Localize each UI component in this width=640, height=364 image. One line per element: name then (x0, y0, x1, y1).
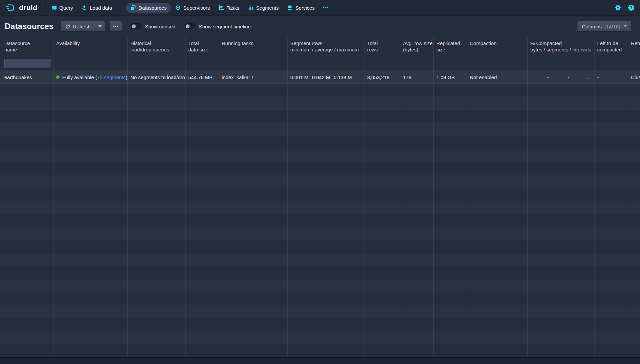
nav-item-query[interactable]: Query (47, 3, 78, 13)
column-header-running-tasks[interactable]: Running tasks (219, 37, 288, 56)
empty-cell (400, 123, 434, 136)
nav-more-button[interactable] (319, 3, 332, 13)
empty-cell (400, 97, 434, 110)
empty-cell (186, 175, 219, 188)
empty-cell (400, 292, 434, 305)
columns-dropdown-button[interactable]: Columns (14/16) (577, 21, 631, 31)
empty-cell (434, 331, 467, 344)
empty-table-row (0, 305, 640, 318)
empty-cell (467, 123, 528, 136)
nav-item-datasources[interactable]: Datasources (126, 3, 171, 13)
nav-item-load-data[interactable]: Load data (77, 3, 116, 13)
segment-rows-average: 0.042 M (312, 74, 331, 80)
empty-cell (128, 175, 186, 188)
empty-cell (219, 97, 288, 110)
empty-cell (628, 331, 640, 344)
datasources-table: DatasourcenameAvailabilityHistoricalload… (0, 37, 640, 357)
empty-cell (595, 149, 628, 162)
column-header-avg-row-size-bytes[interactable]: Avg. row size(bytes) (400, 37, 434, 56)
nav-item-services[interactable]: Services (283, 3, 319, 13)
empty-cell (219, 240, 288, 253)
filter-cell-compacted-bytes-segments-intervals (528, 56, 595, 71)
empty-cell (0, 97, 54, 110)
empty-cell (186, 344, 219, 357)
filter-cell-replicated-size (434, 56, 467, 71)
show-segment-timeline-toggle[interactable]: Show segment timeline (185, 23, 251, 29)
empty-rows-area (0, 84, 640, 357)
empty-cell (400, 136, 434, 149)
empty-cell (54, 201, 128, 214)
column-header-segment-rows-minimum-average-maximum[interactable]: Segment rowsminimum / average / maximum (288, 37, 364, 56)
empty-cell (128, 84, 186, 97)
empty-cell (595, 97, 628, 110)
empty-cell (400, 201, 434, 214)
empty-cell (288, 305, 364, 318)
columns-count: (14/16) (604, 24, 620, 29)
cell-running-tasks: index_kafka: 1 (219, 71, 288, 83)
settings-button[interactable] (615, 4, 621, 11)
empty-cell (467, 97, 528, 110)
nav-item-tasks[interactable]: Tasks (214, 3, 244, 13)
empty-cell (219, 175, 288, 188)
empty-cell (628, 175, 640, 188)
help-button[interactable]: ? (628, 4, 635, 11)
refresh-label: Refresh (73, 24, 91, 29)
more-actions-button[interactable] (110, 21, 122, 31)
empty-table-row (0, 175, 640, 188)
empty-cell (528, 253, 595, 266)
empty-cell (186, 97, 219, 110)
table-row-earthquakes[interactable]: earthquakes Fully available (73 segments… (0, 71, 640, 84)
database-icon (287, 5, 293, 10)
datasource-filter-input[interactable] (4, 59, 50, 68)
nav-item-segments[interactable]: Segments (244, 3, 283, 13)
empty-cell (0, 253, 54, 266)
empty-cell (288, 123, 364, 136)
column-header-retention[interactable]: Retention (628, 37, 640, 56)
empty-cell (219, 84, 288, 97)
show-unused-toggle[interactable]: Show unused (131, 23, 176, 29)
refresh-interval-dropdown[interactable] (95, 21, 105, 31)
empty-cell (628, 188, 640, 201)
empty-table-row (0, 279, 640, 292)
empty-cell (128, 149, 186, 162)
column-header-compaction[interactable]: Compaction (467, 37, 528, 56)
empty-cell (628, 253, 640, 266)
column-header-total-data-size[interactable]: Totaldata size (186, 37, 219, 56)
empty-cell (434, 266, 467, 279)
empty-cell (128, 344, 186, 357)
empty-cell (128, 266, 186, 279)
empty-cell (434, 149, 467, 162)
nav-item-supervisors[interactable]: Supervisors (171, 3, 214, 13)
empty-cell (128, 162, 186, 175)
filter-cell-compaction (467, 56, 528, 71)
gear-icon (615, 4, 621, 11)
column-header-compacted-bytes-segments-intervals[interactable]: % Compactedbytes / segments / intervals (528, 37, 595, 56)
help-circle-icon: ? (628, 4, 635, 11)
empty-cell (219, 188, 288, 201)
column-header-datasource-name[interactable]: Datasourcename (0, 37, 54, 56)
column-header-total-rows[interactable]: Totalrows (364, 37, 400, 56)
empty-cell (528, 240, 595, 253)
availability-text: Fully available ( (62, 74, 97, 80)
cell-availability: Fully available (73 segments) (54, 71, 128, 83)
column-header-historical-load-drop-queues[interactable]: Historicalload/drop queues (128, 37, 186, 56)
empty-cell (186, 162, 219, 175)
empty-cell (186, 253, 219, 266)
empty-cell (467, 305, 528, 318)
cell-datasource-name[interactable]: earthquakes (0, 71, 54, 83)
druid-logo[interactable]: druid (5, 3, 37, 12)
column-header-replicated-size[interactable]: Replicatedsize (434, 37, 467, 56)
empty-cell (400, 266, 434, 279)
empty-table-row (0, 344, 640, 357)
empty-cell (400, 227, 434, 240)
segments-link[interactable]: 73 segments (97, 74, 126, 80)
refresh-button-group: Refresh (61, 21, 105, 31)
empty-cell (467, 149, 528, 162)
empty-cell (0, 201, 54, 214)
table-header-row: DatasourcenameAvailabilityHistoricalload… (0, 37, 640, 56)
column-header-left-to-be-compacted[interactable]: Left to becompacted (595, 37, 628, 56)
empty-cell (288, 227, 364, 240)
empty-cell (128, 240, 186, 253)
column-header-availability[interactable]: Availability (54, 37, 128, 56)
refresh-button[interactable]: Refresh (61, 21, 95, 31)
